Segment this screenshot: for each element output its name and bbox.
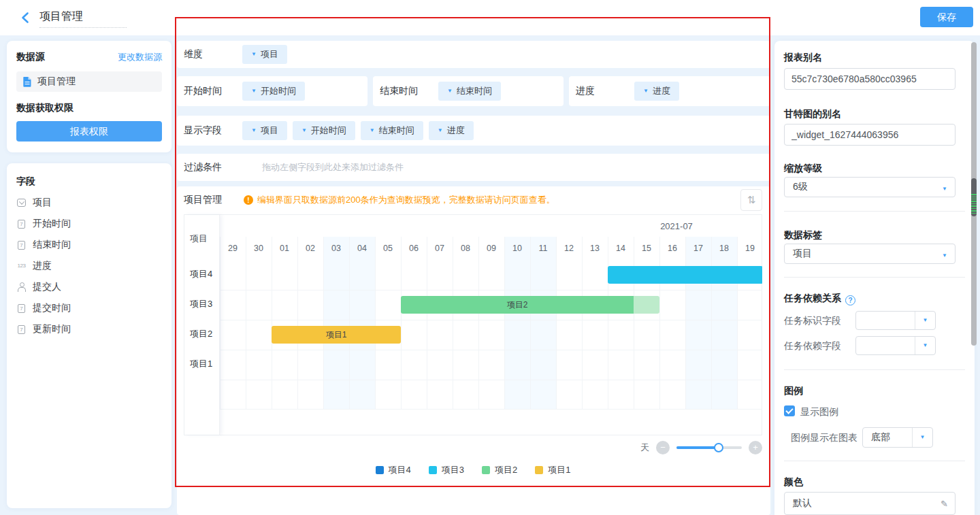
date-tick: 29 bbox=[220, 237, 246, 260]
legend-swatch bbox=[429, 466, 437, 474]
document-icon bbox=[23, 77, 32, 87]
measure-box-2: 结束时间▼结束时间 bbox=[373, 76, 564, 106]
settings-panel: 报表别名 甘特图的别名 缩放等级 6级 ▼ 数据标签 项目 ▼ 任务依赖关系 任… bbox=[774, 41, 975, 515]
field-item[interactable]: 更新时间 bbox=[16, 318, 165, 339]
calendar-icon bbox=[16, 240, 27, 250]
preview-notice: 编辑界面只取数据源前200条作为查询数据预览，完整数据请访问页面查看。 bbox=[244, 194, 555, 206]
display-field-tag[interactable]: ▼项目 bbox=[242, 121, 287, 140]
gantt-bar-项目3[interactable] bbox=[608, 266, 762, 284]
task-id-label: 任务标识字段 bbox=[784, 315, 841, 327]
calendar-icon bbox=[16, 219, 27, 229]
show-legend-label: 显示图例 bbox=[800, 406, 838, 418]
date-tick: 11 bbox=[530, 237, 556, 260]
gantt-timeline: 2021-07 29300102030405060708091011121314… bbox=[220, 215, 762, 435]
chevron-down-icon: ▼ bbox=[370, 128, 375, 133]
task-dep-select[interactable]: ▼ bbox=[855, 336, 936, 355]
field-item[interactable]: 结束时间 bbox=[16, 234, 165, 255]
title-underline bbox=[39, 27, 127, 28]
sort-button[interactable] bbox=[740, 189, 762, 211]
report-alias-input[interactable] bbox=[784, 68, 956, 90]
date-tick: 08 bbox=[453, 237, 478, 260]
display-field-tag[interactable]: ▼结束时间 bbox=[361, 121, 423, 140]
legend-position-select[interactable]: 底部 ▼ bbox=[862, 427, 933, 448]
task-dep-label: 任务依赖字段 bbox=[784, 340, 841, 352]
zoom-out-button[interactable] bbox=[656, 441, 670, 454]
gantt-bar-项目1[interactable]: 项目1 bbox=[272, 326, 401, 344]
slider-handle[interactable] bbox=[714, 443, 723, 452]
date-tick: 03 bbox=[323, 237, 349, 260]
gantt-row-label: 项目3 bbox=[184, 289, 219, 319]
date-tick: 10 bbox=[504, 237, 530, 260]
legend-item[interactable]: 项目1 bbox=[535, 464, 570, 476]
divider bbox=[784, 461, 965, 461]
chevron-down-icon: ▼ bbox=[251, 52, 257, 57]
date-tick: 18 bbox=[711, 237, 737, 260]
measure-box-1: 开始时间▼开始时间 bbox=[177, 76, 368, 106]
gantt-bar-项目2[interactable]: 项目2 bbox=[401, 296, 659, 314]
divider bbox=[784, 369, 965, 370]
save-button[interactable]: 保存 bbox=[920, 7, 973, 27]
date-tick: 30 bbox=[246, 237, 272, 260]
field-item[interactable]: 提交人 bbox=[16, 276, 165, 297]
report-alias-label: 报表别名 bbox=[784, 52, 822, 64]
dimension-tag[interactable]: ▼项目 bbox=[242, 45, 287, 64]
datasource-item[interactable]: 项目管理 bbox=[16, 71, 162, 92]
zoom-level-select[interactable]: 6级 ▼ bbox=[784, 177, 956, 197]
zoom-slider[interactable] bbox=[676, 441, 742, 454]
measure-tag[interactable]: ▼结束时间 bbox=[438, 82, 501, 101]
field-item[interactable]: 开始时间 bbox=[16, 213, 165, 234]
chevron-down-icon: ▼ bbox=[942, 252, 947, 259]
color-select[interactable]: 默认 bbox=[784, 492, 956, 515]
display-field-tag[interactable]: ▼进度 bbox=[429, 121, 474, 140]
grid-line bbox=[220, 350, 762, 350]
datasource-item-label: 项目管理 bbox=[37, 76, 76, 88]
task-id-select[interactable]: ▼ bbox=[855, 311, 936, 330]
help-icon[interactable] bbox=[845, 295, 855, 305]
number-icon bbox=[16, 261, 27, 271]
edit-icon[interactable] bbox=[941, 499, 948, 509]
field-item-label: 提交人 bbox=[33, 281, 61, 293]
chevron-down-icon: ▼ bbox=[942, 186, 947, 192]
date-axis: 2930010203040506070809101112131415161718… bbox=[220, 237, 762, 260]
change-datasource-link[interactable]: 更改数据源 bbox=[118, 51, 162, 63]
field-item[interactable]: 进度 bbox=[16, 255, 165, 276]
legend-item[interactable]: 项目3 bbox=[429, 464, 464, 476]
month-label: 2021-07 bbox=[660, 221, 693, 231]
scrollbar-thumb[interactable] bbox=[971, 178, 977, 216]
data-label-select[interactable]: 项目 ▼ bbox=[784, 244, 956, 264]
measure-tag[interactable]: ▼开始时间 bbox=[242, 82, 305, 101]
permission-title: 数据获取权限 bbox=[16, 102, 74, 114]
gantt-alias-input[interactable] bbox=[784, 124, 956, 146]
field-item[interactable]: 项目 bbox=[16, 192, 165, 213]
zoom-in-button[interactable] bbox=[749, 441, 762, 454]
measure-label: 开始时间 bbox=[184, 85, 222, 97]
measure-tag[interactable]: ▼进度 bbox=[634, 82, 679, 101]
unit-label: 天 bbox=[640, 442, 649, 454]
field-item[interactable]: 提交时间 bbox=[16, 297, 165, 318]
legend-item[interactable]: 项目4 bbox=[376, 464, 411, 476]
gantt-row-label: 项目4 bbox=[184, 259, 219, 289]
gantt-label-column: 项目 项目4项目3项目2项目1 bbox=[184, 215, 220, 435]
report-permission-button[interactable]: 报表权限 bbox=[16, 121, 162, 142]
gantt-chart: 2021-07 29300102030405060708091011121314… bbox=[184, 214, 762, 435]
date-tick: 14 bbox=[608, 237, 634, 260]
legend-position-label: 图例显示在图表 bbox=[791, 432, 858, 444]
date-tick: 06 bbox=[401, 237, 427, 260]
field-item-label: 进度 bbox=[33, 260, 52, 272]
gantt-row-label: 项目2 bbox=[184, 319, 219, 349]
filter-row[interactable]: 过滤条件 拖动左侧字段到此处来添加过滤条件 bbox=[177, 154, 770, 181]
datasource-card: 数据源 更改数据源 项目管理 数据获取权限 报表权限 bbox=[7, 41, 172, 152]
date-tick: 16 bbox=[659, 237, 685, 260]
date-tick: 01 bbox=[272, 237, 297, 260]
fields-card: 字段 项目开始时间结束时间进度提交人提交时间更新时间 bbox=[7, 163, 172, 508]
show-legend-checkbox[interactable] bbox=[784, 405, 795, 416]
legend-item[interactable]: 项目2 bbox=[482, 464, 517, 476]
gantt-bar-progress bbox=[608, 266, 762, 284]
back-icon[interactable] bbox=[19, 11, 33, 24]
zoom-toolbar: 天 bbox=[640, 441, 762, 454]
axis-title: 项目 bbox=[190, 233, 208, 245]
chevron-down-icon: ▼ bbox=[301, 128, 307, 133]
datasource-title: 数据源 bbox=[16, 51, 45, 63]
legend-swatch bbox=[482, 466, 490, 474]
display-field-tag[interactable]: ▼开始时间 bbox=[293, 121, 355, 140]
